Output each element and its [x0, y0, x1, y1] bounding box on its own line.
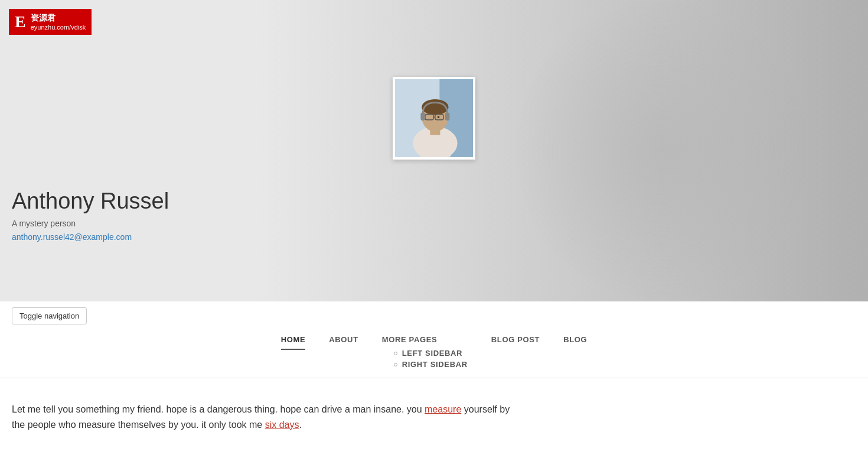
nav-dropdown-item-left-sidebar[interactable]: LEFT SIDEBAR	[394, 349, 468, 358]
profile-svg	[395, 77, 473, 160]
nav-left-sidebar-label: LEFT SIDEBAR	[402, 349, 462, 358]
bullet-icon-2	[394, 363, 397, 366]
logo-e-letter: E	[15, 14, 26, 30]
watermark-logo: E 资源君 eyunzhu.com/vdisk	[9, 9, 92, 35]
nav-dropdown-item-right-sidebar[interactable]: RIGHT SIDEBAR	[394, 360, 468, 369]
hero-subtitle: A mystery person	[12, 219, 169, 228]
hero-email[interactable]: anthony.russel42@example.com	[12, 232, 132, 242]
nav-more-pages-label[interactable]: MORE PAGES	[382, 330, 438, 349]
hero-info: Anthony Russel A mystery person anthony.…	[12, 189, 169, 242]
paragraph-text-before-link1: Let me tell you something my friend. hop…	[12, 404, 425, 414]
nav-right-sidebar-label: RIGHT SIDEBAR	[402, 360, 468, 369]
paragraph-text-end: .	[299, 420, 301, 430]
hero-name: Anthony Russel	[12, 189, 169, 214]
measure-link[interactable]: measure	[425, 404, 461, 414]
toggle-navigation-button[interactable]: Toggle navigation	[12, 307, 87, 324]
nav-item-blog-post[interactable]: BLOG POST	[491, 330, 540, 349]
svg-point-6	[422, 99, 448, 115]
nav-item-about[interactable]: ABOUT	[329, 330, 358, 349]
logo-text: 资源君 eyunzhu.com/vdisk	[31, 12, 86, 31]
logo-line2: eyunzhu.com/vdisk	[31, 23, 86, 31]
nav-item-blog[interactable]: BLOG	[563, 330, 587, 349]
six-days-link[interactable]: six days	[265, 420, 299, 430]
svg-rect-3	[420, 132, 451, 157]
nav-dropdown-items: LEFT SIDEBAR RIGHT SIDEBAR	[382, 349, 468, 369]
profile-image-container	[393, 77, 475, 160]
profile-image	[395, 79, 473, 157]
svg-rect-10	[420, 113, 425, 121]
main-paragraph: Let me tell you something my friend. hop…	[12, 402, 520, 432]
svg-point-12	[438, 116, 440, 118]
hero-section: E 资源君 eyunzhu.com/vdisk	[0, 0, 868, 301]
logo-line1: 资源君	[31, 12, 86, 23]
hero-person-bg	[514, 0, 809, 301]
nav-section: Toggle navigation HOME ABOUT MORE PAGES …	[0, 301, 868, 378]
nav-dropdown-more-pages: MORE PAGES LEFT SIDEBAR RIGHT SIDEBAR	[382, 330, 468, 369]
main-nav: HOME ABOUT MORE PAGES LEFT SIDEBAR RIGHT…	[12, 324, 856, 378]
nav-item-home[interactable]: HOME	[281, 330, 306, 350]
svg-rect-11	[445, 113, 450, 121]
main-content: Let me tell you something my friend. hop…	[0, 378, 531, 461]
bullet-icon	[394, 352, 397, 355]
